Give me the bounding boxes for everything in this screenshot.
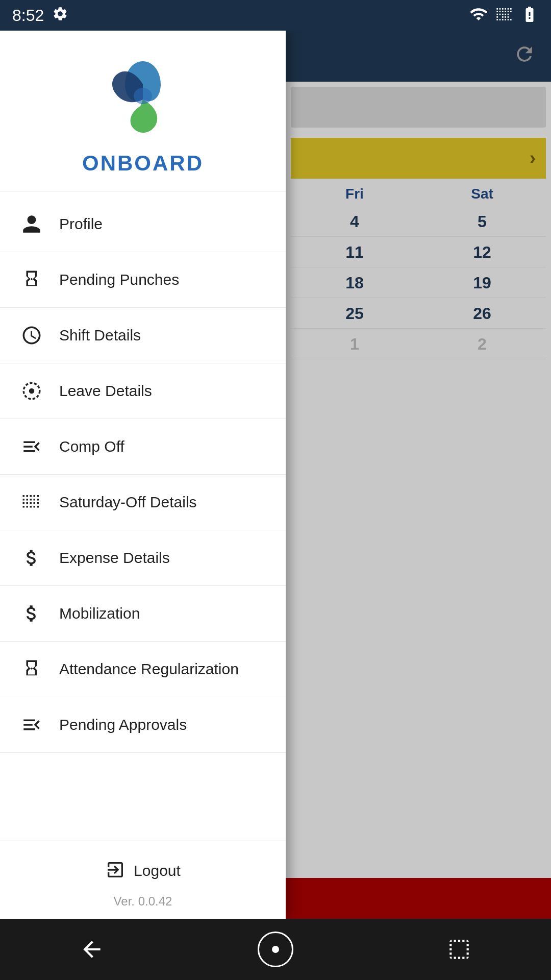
clock-icon bbox=[18, 322, 45, 349]
cal-cell-18[interactable]: 18 bbox=[334, 274, 375, 292]
nav-back-button[interactable] bbox=[71, 929, 112, 970]
fri-header: Fri bbox=[334, 186, 375, 202]
app-logo bbox=[97, 51, 189, 143]
cal-cell-19[interactable]: 19 bbox=[462, 274, 503, 292]
cal-cell-12[interactable]: 12 bbox=[462, 243, 503, 262]
pending-approvals-icon bbox=[18, 712, 45, 738]
wifi-icon bbox=[469, 5, 488, 26]
profile-label: Profile bbox=[59, 215, 103, 233]
calendar-month-header[interactable]: › bbox=[291, 138, 546, 179]
status-right bbox=[469, 5, 539, 26]
search-bar-bg bbox=[291, 87, 546, 128]
signal-icon bbox=[496, 6, 512, 24]
calendar-view: › Fri Sat 4 5 11 12 18 19 25 bbox=[286, 133, 551, 364]
cal-cell-26[interactable]: 26 bbox=[462, 304, 503, 323]
battery-icon bbox=[520, 5, 539, 26]
calendar-header-bg bbox=[286, 31, 551, 82]
version-text: Ver. 0.0.42 bbox=[114, 894, 172, 909]
bottom-navigation bbox=[0, 919, 551, 980]
attendance-reg-label: Attendance Regularization bbox=[59, 660, 239, 678]
person-icon bbox=[18, 211, 45, 237]
hourglass-icon bbox=[18, 266, 45, 293]
dollar-icon bbox=[18, 545, 45, 571]
cal-week-1: 4 5 bbox=[291, 207, 546, 237]
calendar-grid: 4 5 11 12 18 19 25 26 1 2 bbox=[291, 207, 546, 359]
menu-item-shift-details[interactable]: Shift Details bbox=[0, 308, 286, 363]
menu-item-expense-details[interactable]: Expense Details bbox=[0, 530, 286, 586]
status-time: 8:52 bbox=[12, 6, 44, 25]
calendar-day-headers: Fri Sat bbox=[291, 181, 546, 207]
menu-item-attendance-reg[interactable]: Attendance Regularization bbox=[0, 642, 286, 697]
nav-recents-button[interactable] bbox=[439, 929, 480, 970]
logout-icon bbox=[105, 860, 126, 882]
menu-item-mobilization[interactable]: Mobilization bbox=[0, 586, 286, 642]
pending-punches-label: Pending Punches bbox=[59, 271, 179, 288]
calendar-bottom-bar bbox=[286, 878, 551, 919]
cal-week-4: 25 26 bbox=[291, 299, 546, 329]
app-name: ONBOARD bbox=[82, 151, 204, 176]
cal-cell-1-next[interactable]: 1 bbox=[334, 335, 375, 354]
dollar2-icon bbox=[18, 600, 45, 627]
shift-details-label: Shift Details bbox=[59, 327, 141, 344]
leave-details-label: Leave Details bbox=[59, 382, 152, 400]
cal-week-5: 1 2 bbox=[291, 330, 546, 359]
cal-cell-25[interactable]: 25 bbox=[334, 304, 375, 323]
logout-area: Logout Ver. 0.0.42 bbox=[0, 841, 286, 919]
cal-week-2: 11 12 bbox=[291, 238, 546, 267]
cal-week-3: 18 19 bbox=[291, 268, 546, 298]
calendar-background: › Fri Sat 4 5 11 12 18 19 25 bbox=[286, 31, 551, 919]
svg-point-2 bbox=[29, 388, 35, 394]
hourglass2-icon bbox=[18, 656, 45, 682]
comp-off-icon bbox=[18, 433, 45, 460]
expense-details-label: Expense Details bbox=[59, 549, 170, 567]
menu-item-leave-details[interactable]: Leave Details bbox=[0, 363, 286, 419]
cal-cell-11[interactable]: 11 bbox=[334, 243, 375, 262]
menu-item-pending-approvals[interactable]: Pending Approvals bbox=[0, 697, 286, 753]
sat-header: Sat bbox=[462, 186, 503, 202]
settings-icon[interactable] bbox=[52, 6, 68, 26]
menu-item-profile[interactable]: Profile bbox=[0, 197, 286, 252]
navigation-drawer: ONBOARD Profile Pending Punches bbox=[0, 31, 286, 919]
status-bar: 8:52 bbox=[0, 0, 551, 31]
nav-home-circle bbox=[258, 932, 293, 967]
nav-home-button[interactable] bbox=[255, 929, 296, 970]
logo-area: ONBOARD bbox=[0, 31, 286, 191]
status-left: 8:52 bbox=[12, 6, 68, 26]
menu-item-saturday-off[interactable]: Saturday-Off Details bbox=[0, 475, 286, 530]
refresh-icon[interactable] bbox=[513, 43, 536, 70]
svg-point-0 bbox=[134, 88, 152, 104]
logout-button[interactable]: Logout bbox=[89, 851, 197, 890]
mobilization-label: Mobilization bbox=[59, 605, 140, 622]
menu-item-comp-off[interactable]: Comp Off bbox=[0, 419, 286, 475]
saturday-off-icon bbox=[18, 489, 45, 516]
cal-cell-4[interactable]: 4 bbox=[334, 212, 375, 231]
cal-cell-2-next[interactable]: 2 bbox=[462, 335, 503, 354]
comp-off-label: Comp Off bbox=[59, 438, 124, 455]
menu-list: Profile Pending Punches Shift Details bbox=[0, 191, 286, 841]
menu-item-pending-punches[interactable]: Pending Punches bbox=[0, 252, 286, 308]
pending-approvals-label: Pending Approvals bbox=[59, 716, 187, 733]
dashed-circle-icon bbox=[18, 378, 45, 404]
nav-home-dot bbox=[272, 946, 279, 953]
cal-cell-5[interactable]: 5 bbox=[462, 212, 503, 231]
calendar-next-arrow[interactable]: › bbox=[530, 148, 536, 169]
saturday-off-label: Saturday-Off Details bbox=[59, 494, 197, 511]
logout-label: Logout bbox=[134, 862, 181, 879]
